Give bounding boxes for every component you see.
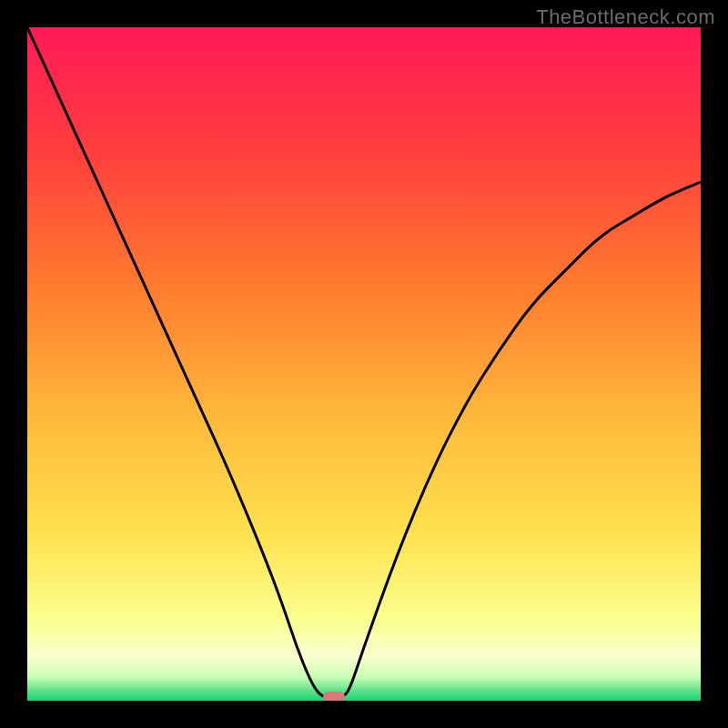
chart-frame: TheBottleneck.com [0, 0, 728, 728]
valley-marker [323, 692, 345, 701]
watermark-text: TheBottleneck.com [536, 5, 715, 29]
bottleneck-curve [27, 27, 701, 701]
plot-area [27, 27, 701, 701]
